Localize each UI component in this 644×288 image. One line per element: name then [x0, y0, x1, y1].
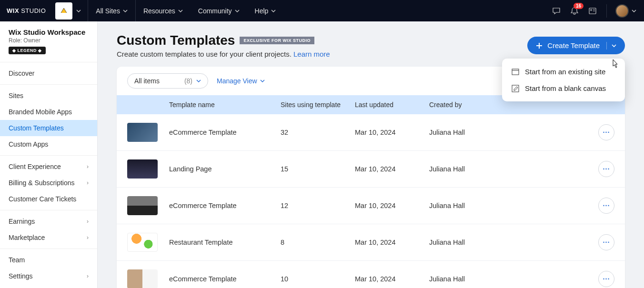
chevron-down-icon	[196, 79, 201, 83]
more-actions-button[interactable]: ···	[598, 271, 614, 287]
avatar	[615, 4, 629, 18]
sidebar-item-custom-apps[interactable]: Custom Apps	[0, 136, 97, 152]
table-row[interactable]: eCommerce Template 32 Mar 10, 2024 Julia…	[117, 114, 625, 151]
dropdown-start-blank[interactable]: Start from a blank canvas	[502, 80, 625, 97]
template-thumbnail	[127, 269, 158, 288]
more-actions-button[interactable]: ···	[598, 234, 614, 250]
create-template-button[interactable]: Create Template	[527, 37, 625, 54]
workspace-header: Wix Studio Workspace Role: Owner ◆ LEGEN…	[0, 21, 97, 59]
page-title: Custom Templates	[117, 33, 235, 48]
account-box[interactable]	[55, 2, 72, 20]
table-row[interactable]: Restaurant Template 8 Mar 10, 2024 Julia…	[117, 224, 625, 261]
sidebar-item-client-experience[interactable]: Client Experience›	[0, 159, 97, 175]
nav-all-sites[interactable]: All Sites	[88, 0, 136, 21]
sidebar-item-sites[interactable]: Sites	[0, 88, 97, 104]
create-dropdown: Start from an existing site Start from a…	[502, 59, 625, 101]
nav-help[interactable]: Help	[247, 0, 284, 21]
chevron-down-icon	[76, 9, 81, 13]
sidebar-item-earnings[interactable]: Earnings›	[0, 213, 97, 229]
top-navigation: All Sites Resources Community Help	[88, 0, 283, 21]
notifications-icon[interactable]: 16	[570, 7, 579, 15]
items-filter[interactable]: All items (8)	[127, 73, 208, 89]
apps-icon[interactable]	[588, 7, 597, 15]
page-header: Custom Templates EXCLUSIVE FOR WIX STUDI…	[117, 33, 625, 58]
sidebar: Wix Studio Workspace Role: Owner ◆ LEGEN…	[0, 21, 98, 288]
sidebar-item-billing[interactable]: Billing & Subscriptions›	[0, 175, 97, 191]
template-thumbnail	[127, 233, 158, 252]
sidebar-item-settings[interactable]: Settings›	[0, 268, 97, 284]
page-subtitle: Create custom templates to use for your …	[117, 50, 330, 58]
col-header-name[interactable]: Template name	[169, 101, 281, 109]
user-menu[interactable]	[606, 4, 636, 18]
chevron-down-icon	[178, 9, 183, 13]
col-header-updated[interactable]: Last updated	[355, 101, 429, 109]
exclusive-badge: EXCLUSIVE FOR WIX STUDIO	[240, 37, 314, 44]
cursor-icon	[611, 59, 619, 69]
svg-point-2	[591, 9, 592, 10]
template-thumbnail	[127, 123, 158, 142]
topbar: WIX STUDIO All Sites Resources Community…	[0, 0, 644, 21]
template-thumbnail	[127, 196, 158, 215]
site-icon	[512, 68, 519, 76]
legend-badge: ◆ LEGEND ◆	[9, 47, 46, 54]
col-header-sites[interactable]: Sites using template	[281, 101, 355, 109]
table-row[interactable]: Landing Page 15 Mar 10, 2024 Juliana Hal…	[117, 151, 625, 188]
svg-rect-3	[512, 69, 519, 75]
chevron-down-icon	[271, 9, 276, 13]
account-logo-icon	[59, 6, 69, 16]
more-actions-button[interactable]: ···	[598, 124, 614, 140]
sidebar-item-marketplace[interactable]: Marketplace›	[0, 229, 97, 246]
chevron-down-icon	[632, 9, 636, 13]
workspace-role: Role: Owner	[9, 37, 89, 44]
topbar-right: 16	[552, 4, 644, 18]
chevron-down-icon	[612, 43, 616, 48]
table-row[interactable]: eCommerce Template 10 Mar 10, 2024 Julia…	[117, 261, 625, 288]
logo[interactable]: WIX STUDIO	[0, 7, 52, 14]
main-content: Custom Templates EXCLUSIVE FOR WIX STUDI…	[98, 21, 644, 288]
nav-resources[interactable]: Resources	[136, 0, 191, 21]
sidebar-item-discover[interactable]: Discover	[0, 65, 97, 81]
chevron-down-icon	[235, 9, 240, 13]
sidebar-item-care-tickets[interactable]: Customer Care Tickets	[0, 191, 97, 207]
learn-more-link[interactable]: Learn more	[293, 50, 330, 58]
nav-community[interactable]: Community	[191, 0, 247, 21]
sidebar-item-branded-apps[interactable]: Branded Mobile Apps	[0, 104, 97, 120]
workspace-title: Wix Studio Workspace	[9, 28, 89, 36]
plus-icon	[536, 42, 543, 49]
dropdown-start-existing[interactable]: Start from an existing site	[502, 63, 625, 80]
account-chevron[interactable]	[72, 0, 88, 21]
table-row[interactable]: eCommerce Template 12 Mar 10, 2024 Julia…	[117, 188, 625, 224]
chevron-down-icon	[260, 79, 265, 83]
edit-icon	[512, 85, 519, 92]
svg-rect-4	[512, 85, 519, 92]
notification-badge: 16	[574, 3, 584, 9]
chevron-down-icon	[123, 9, 128, 13]
more-actions-button[interactable]: ···	[598, 161, 614, 177]
more-actions-button[interactable]: ···	[598, 198, 614, 214]
chat-icon[interactable]	[552, 7, 561, 15]
manage-view-link[interactable]: Manage View	[217, 77, 265, 85]
sidebar-item-team[interactable]: Team	[0, 252, 97, 268]
template-thumbnail	[127, 159, 158, 179]
col-header-created[interactable]: Created by	[429, 101, 586, 109]
sidebar-item-custom-templates[interactable]: Custom Templates	[0, 120, 97, 136]
